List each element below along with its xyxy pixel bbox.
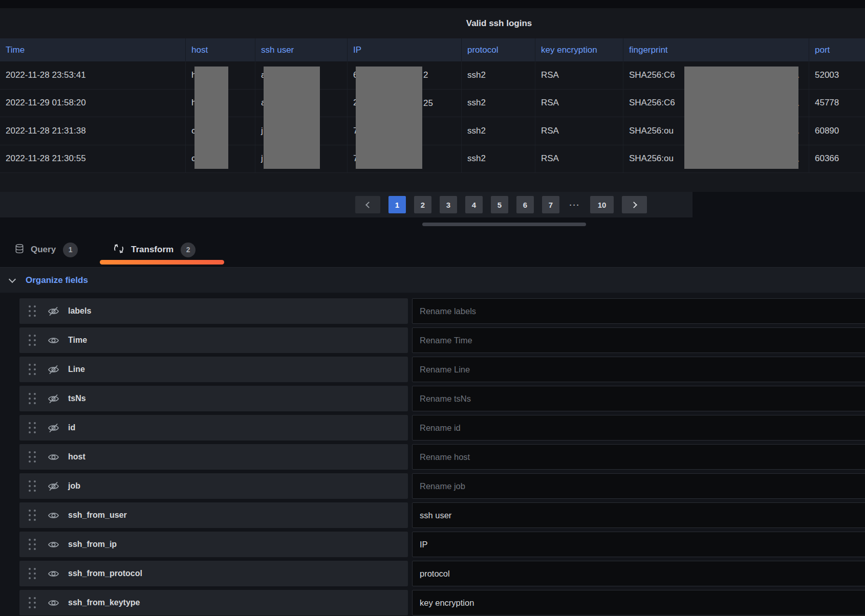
rename-field-input-ssh_from_ip[interactable] — [412, 532, 865, 557]
page-button-10[interactable]: 10 — [590, 196, 614, 213]
eye-slash-icon[interactable] — [47, 422, 59, 434]
page-button-4[interactable]: 4 — [465, 196, 483, 213]
ip-fragment: 2 — [423, 61, 428, 90]
field-name-box: id — [19, 415, 408, 441]
field-name-box: Time — [19, 327, 408, 353]
horizontal-scrollbar-thumb[interactable] — [422, 223, 586, 226]
rename-field-input-Line[interactable] — [412, 357, 865, 382]
drag-handle-icon[interactable] — [29, 480, 36, 492]
field-row-ssh_from_keytype: ssh_from_keytype — [0, 590, 865, 615]
column-header-time[interactable]: Time — [0, 38, 186, 61]
page-button-3[interactable]: 3 — [440, 196, 457, 213]
drag-handle-icon[interactable] — [29, 510, 36, 521]
next-page-button[interactable] — [622, 196, 647, 213]
eye-icon[interactable] — [47, 538, 59, 551]
cell-key-encryption: RSA — [535, 61, 623, 89]
field-name-box: host — [19, 444, 408, 470]
eye-slash-icon[interactable] — [47, 480, 59, 492]
tab-query-label: Query — [31, 245, 56, 255]
pagination-zone: 1234567···10 — [0, 192, 865, 217]
field-row-id: id — [0, 415, 865, 441]
field-name-label: ssh_from_ip — [68, 540, 117, 549]
column-header-key-encryption[interactable]: key encryption — [535, 38, 623, 61]
transform-icon — [113, 243, 125, 257]
rename-field-input-ssh_from_keytype[interactable] — [412, 590, 865, 615]
cell-port: 60366 — [809, 145, 865, 173]
redaction-box-host — [194, 67, 228, 169]
chevron-down-icon[interactable] — [9, 275, 16, 282]
organize-fields-header[interactable]: Organize fields — [0, 267, 865, 293]
field-name-box: ssh_from_ip — [19, 532, 408, 557]
rename-field-input-tsNs[interactable] — [412, 386, 865, 411]
field-name-label: Line — [68, 365, 85, 374]
redaction-box-fingerprint — [684, 67, 798, 169]
field-name-label: ssh_from_protocol — [68, 569, 142, 578]
drag-handle-icon[interactable] — [29, 539, 36, 550]
drag-handle-icon[interactable] — [29, 568, 36, 579]
eye-slash-icon[interactable] — [47, 305, 59, 317]
field-row-host: host — [0, 444, 865, 470]
rename-field-input-id[interactable] — [412, 415, 865, 441]
tab-transform-count-badge: 2 — [181, 243, 196, 257]
column-header-port[interactable]: port — [809, 38, 865, 61]
drag-handle-icon[interactable] — [29, 305, 36, 317]
tab-transform[interactable]: Transform 2 — [113, 239, 196, 260]
field-row-tsNs: tsNs — [0, 386, 865, 411]
page-button-1[interactable]: 1 — [388, 196, 406, 213]
field-name-label: job — [68, 481, 80, 491]
drag-handle-icon[interactable] — [29, 364, 36, 375]
cell-key-encryption: RSA — [535, 117, 623, 145]
drag-handle-icon[interactable] — [29, 393, 36, 404]
field-name-box: job — [19, 473, 408, 499]
rename-field-input-host[interactable] — [412, 444, 865, 470]
rename-field-input-ssh_from_user[interactable] — [412, 502, 865, 528]
page-button-6[interactable]: 6 — [516, 196, 534, 213]
rename-field-input-Time[interactable] — [412, 327, 865, 353]
eye-slash-icon[interactable] — [47, 363, 59, 376]
drag-handle-icon[interactable] — [29, 422, 36, 433]
page-button-7[interactable]: 7 — [542, 196, 559, 213]
field-row-labels: labels — [0, 298, 865, 324]
drag-handle-icon[interactable] — [29, 335, 36, 346]
rename-field-input-ssh_from_protocol[interactable] — [412, 561, 865, 586]
page-button-2[interactable]: 2 — [414, 196, 431, 213]
eye-slash-icon[interactable] — [47, 392, 59, 405]
top-strip — [0, 0, 865, 8]
column-header-fingerprint[interactable]: fingerprint — [623, 38, 809, 61]
field-name-box: ssh_from_protocol — [19, 561, 408, 586]
eye-icon[interactable] — [47, 334, 59, 346]
column-header-protocol[interactable]: protocol — [462, 38, 535, 61]
rename-field-input-job[interactable] — [412, 473, 865, 499]
field-name-box: ssh_from_user — [19, 502, 408, 528]
eye-icon[interactable] — [47, 451, 59, 463]
column-header-ssh-user[interactable]: ssh user — [255, 38, 348, 61]
field-row-Line: Line — [0, 357, 865, 382]
ip-fragment: 25 — [423, 90, 433, 118]
eye-icon[interactable] — [47, 509, 59, 521]
drag-handle-icon[interactable] — [29, 597, 36, 608]
page-button-5[interactable]: 5 — [491, 196, 508, 213]
previous-page-button[interactable] — [355, 196, 380, 213]
cell-protocol: ssh2 — [462, 145, 535, 173]
field-row-ssh_from_ip: ssh_from_ip — [0, 532, 865, 557]
tab-query[interactable]: Query 1 — [14, 239, 78, 260]
eye-icon[interactable] — [47, 597, 59, 609]
cell-key-encryption: RSA — [535, 145, 623, 173]
eye-icon[interactable] — [47, 567, 59, 580]
cell-protocol: ssh2 — [462, 90, 535, 117]
field-name-box: tsNs — [19, 386, 408, 411]
field-name-label: ssh_from_user — [68, 511, 127, 520]
field-name-box: Line — [19, 357, 408, 382]
drag-handle-icon[interactable] — [29, 451, 36, 463]
column-header-ip[interactable]: IP — [348, 38, 462, 61]
cell-port: 60890 — [809, 117, 865, 145]
panel-title: Valid ssh logins — [466, 8, 532, 38]
rename-field-input-labels[interactable] — [412, 298, 865, 324]
column-header-host[interactable]: host — [186, 38, 255, 61]
organize-fields-list: labelsTimeLinetsNsidhostjobssh_from_user… — [0, 293, 865, 616]
cell-key-encryption: RSA — [535, 90, 623, 117]
pagination-ellipsis: ··· — [568, 201, 582, 209]
field-name-label: host — [68, 452, 85, 461]
tab-transform-label: Transform — [131, 245, 174, 255]
pagination: 1234567···10 — [355, 196, 647, 213]
